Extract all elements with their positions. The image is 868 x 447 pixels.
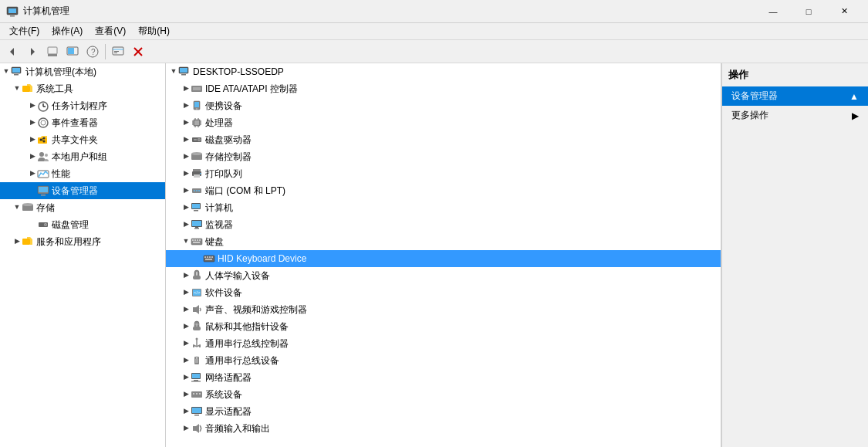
close-button[interactable]: ✕	[826, 0, 862, 23]
tree-item-event-viewer[interactable]: ▶ 事件查看器	[0, 114, 165, 131]
com-port-icon	[191, 185, 203, 197]
svg-rect-74	[194, 174, 200, 178]
svg-rect-101	[193, 276, 201, 279]
left-panel: ▼ 计算机管理(本地) ▼ 系统工具 ▶	[0, 63, 166, 447]
svg-rect-81	[192, 204, 200, 208]
toggle-human-input: ▶	[181, 271, 191, 280]
svg-marker-4	[31, 48, 35, 56]
tree-item-shared-folders[interactable]: ▶ 共享文件夹	[0, 131, 165, 148]
svg-rect-52	[194, 102, 199, 107]
app-icon	[6, 5, 19, 18]
tree-label-disk-drive: 磁盘驱动器	[205, 134, 252, 147]
local-users-icon	[37, 151, 49, 163]
menu-action[interactable]: 操作(A)	[46, 23, 89, 39]
help-toolbar-button[interactable]: ?	[83, 42, 102, 61]
tree-item-local-users[interactable]: ▶ 本地用户和组	[0, 148, 165, 165]
tree-item-computer-mgmt[interactable]: ▼ 计算机管理(本地)	[0, 63, 165, 80]
tree-item-disk-mgmt[interactable]: ▶ 磁盘管理	[0, 216, 165, 233]
tree-item-keyboard-group[interactable]: ▼ 键盘	[166, 233, 721, 250]
mouse-icon	[191, 320, 203, 333]
right-panel-item-more-actions[interactable]: 更多操作 ▶	[722, 106, 868, 125]
tree-label-ide: IDE ATA/ATAPI 控制器	[205, 83, 298, 96]
svg-text:</>: </>	[194, 290, 201, 295]
svg-rect-111	[193, 345, 194, 347]
svg-rect-1	[8, 8, 16, 13]
menu-view[interactable]: 查看(V)	[89, 23, 132, 39]
window-controls: — □ ✕	[755, 0, 862, 23]
menu-file[interactable]: 文件(F)	[3, 23, 46, 39]
tree-item-monitor[interactable]: ▶ 监视器	[166, 216, 721, 233]
svg-rect-91	[199, 239, 201, 241]
tree-label-event-viewer: 事件查看器	[52, 117, 98, 130]
tree-item-ide[interactable]: ▶ IDE ATA/ATAPI 控制器	[166, 80, 721, 97]
tree-item-usb-ctrl[interactable]: ▶ 通用串行总线控制器	[166, 335, 721, 352]
svg-rect-5	[48, 47, 57, 54]
maximize-button[interactable]: □	[791, 0, 826, 23]
svg-rect-94	[204, 256, 206, 258]
right-panel-item-device-mgr[interactable]: 设备管理器 ▲	[722, 86, 868, 106]
tree-label-storage-ctrl: 存储控制器	[205, 151, 252, 164]
delete-toolbar-button[interactable]	[129, 42, 147, 61]
svg-rect-37	[39, 187, 48, 192]
tree-item-display[interactable]: ▶ 显示适配器	[166, 403, 721, 420]
tree-item-desktop[interactable]: ▼ DESKTOP-LSSOEDP	[166, 63, 721, 80]
tree-item-processor[interactable]: ▶ 处理器	[166, 114, 721, 131]
minimize-button[interactable]: —	[755, 0, 791, 23]
svg-rect-84	[192, 221, 201, 226]
tree-item-system-dev[interactable]: ▶ 系统设备	[166, 386, 721, 403]
tree-label-audio-io: 音频输入和输出	[205, 422, 270, 435]
tree-item-com-port[interactable]: ▶ 端口 (COM 和 LPT)	[166, 182, 721, 199]
performance-icon	[37, 168, 49, 180]
right-panel-arrow-more-actions: ▶	[852, 110, 859, 121]
toggle-usb-dev: ▶	[181, 356, 191, 365]
tree-item-storage[interactable]: ▼ 存储	[0, 199, 165, 216]
tree-label-disk-mgmt: 磁盘管理	[52, 218, 89, 232]
tree-item-network[interactable]: ▶ 网络适配器	[166, 369, 721, 386]
tree-item-performance[interactable]: ▶ 性能	[0, 165, 165, 182]
tree-item-portable[interactable]: ▶ 便携设备	[166, 97, 721, 114]
tree-item-print-queue[interactable]: ▶ 打印队列	[166, 165, 721, 182]
tree-label-software-dev: 软件设备	[205, 286, 242, 300]
tree-item-computer-node[interactable]: ▶ 计算机	[166, 199, 721, 216]
tree-item-system-tools[interactable]: ▼ 系统工具	[0, 80, 165, 97]
svg-rect-120	[193, 393, 194, 395]
computer-node-icon	[191, 201, 203, 214]
toggle-services: ▶	[12, 237, 22, 246]
svg-rect-48	[181, 74, 186, 76]
svg-rect-14	[114, 52, 117, 53]
up-button[interactable]	[43, 42, 62, 61]
tree-label-portable: 便携设备	[205, 100, 242, 113]
title-bar: 计算机管理 — □ ✕	[0, 0, 868, 23]
tree-item-hid-keyboard[interactable]: ▶ HID Keyboard Device	[166, 250, 721, 267]
tree-item-audio-io[interactable]: ▶ 音频输入和输出	[166, 420, 721, 437]
back-button[interactable]	[3, 42, 22, 61]
tree-item-mouse[interactable]: ▶ 鼠标和其他指针设备	[166, 318, 721, 335]
forward-button[interactable]	[23, 42, 42, 61]
tree-label-task-scheduler: 任务计划程序	[52, 100, 107, 113]
tree-item-task-scheduler[interactable]: ▶ 任务计划程序	[0, 97, 165, 114]
tree-item-human-input[interactable]: ▶ 人体学输入设备	[166, 267, 721, 284]
tree-item-services[interactable]: ▶ 服务和应用程序	[0, 233, 165, 250]
tree-item-disk-drive[interactable]: ▶ 磁盘驱动器	[166, 131, 721, 148]
tree-label-performance: 性能	[52, 168, 70, 181]
tree-item-usb-dev[interactable]: ▶ 通用串行总线设备	[166, 352, 721, 369]
tree-item-device-mgr[interactable]: ▶ 设备管理器	[0, 182, 165, 199]
svg-rect-95	[207, 256, 208, 258]
tree-label-human-input: 人体学输入设备	[205, 269, 270, 283]
menu-help[interactable]: 帮助(H)	[132, 23, 176, 39]
show-hide-button[interactable]	[63, 42, 82, 61]
svg-rect-116	[192, 374, 200, 378]
toggle-local-users: ▶	[28, 152, 37, 161]
tree-item-software-dev[interactable]: ▶ </> 软件设备	[166, 284, 721, 301]
tree-label-com-port: 端口 (COM 和 LPT)	[205, 185, 285, 198]
svg-rect-97	[211, 256, 213, 258]
svg-rect-19	[14, 74, 19, 76]
svg-point-33	[39, 152, 44, 157]
toggle-software-dev: ▶	[181, 288, 191, 297]
tree-item-audio-video[interactable]: ▶ 声音、视频和游戏控制器	[166, 301, 721, 318]
tree-item-storage-ctrl[interactable]: ▶ 存储控制器	[166, 148, 721, 165]
svg-rect-55	[194, 120, 199, 125]
svg-rect-47	[180, 68, 187, 73]
action-toolbar-button[interactable]	[109, 42, 127, 61]
menu-bar: 文件(F) 操作(A) 查看(V) 帮助(H)	[0, 23, 868, 40]
